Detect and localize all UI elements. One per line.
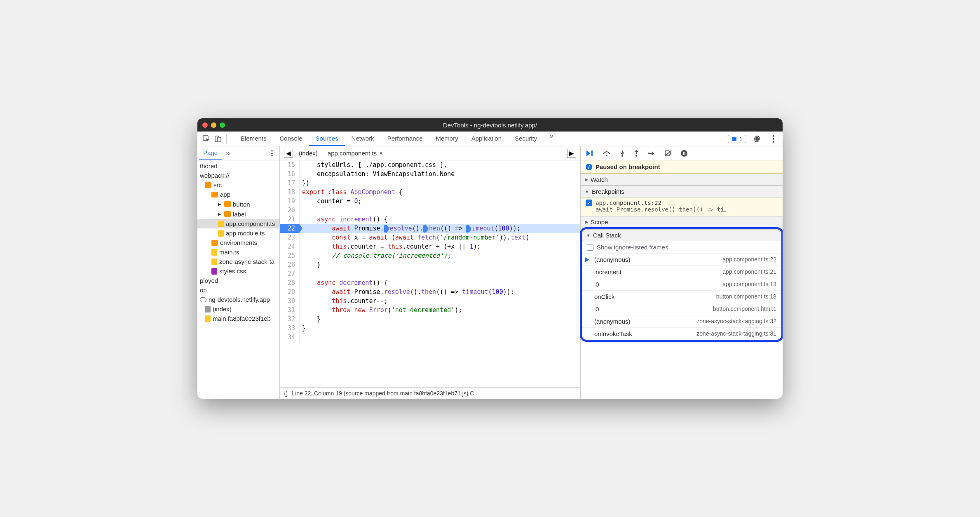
- tree-file-index[interactable]: (index): [197, 304, 279, 314]
- show-ignored-option[interactable]: Show ignore-listed frames: [582, 241, 781, 254]
- editor-tab-index[interactable]: (index): [295, 148, 322, 158]
- svg-rect-19: [685, 152, 685, 155]
- stack-frame[interactable]: i0app.component.ts:13: [582, 278, 781, 291]
- tree-file-zone[interactable]: zone-async-stack-ta: [197, 257, 279, 266]
- tab-application[interactable]: Application: [465, 132, 508, 146]
- tree-file-appcomponent[interactable]: app.component.ts: [197, 219, 279, 228]
- tab-memory[interactable]: Memory: [429, 132, 465, 146]
- step-over-icon[interactable]: [602, 150, 611, 157]
- editor-tab-appcomponent[interactable]: app.component.ts×: [324, 148, 387, 159]
- step-icon[interactable]: [647, 150, 656, 156]
- tree-item[interactable]: webpack://: [197, 171, 279, 180]
- callstack-header[interactable]: ▼Call Stack: [582, 229, 781, 241]
- kebab-menu-icon[interactable]: [768, 133, 779, 145]
- stack-frame[interactable]: onInvokeTaskzone-async-stack-tagging.ts:…: [582, 328, 781, 340]
- tree-item[interactable]: thored: [197, 161, 279, 171]
- stack-frame[interactable]: (anonymous)zone-async-stack-tagging.ts:3…: [582, 315, 781, 328]
- watch-header[interactable]: ▶Watch: [581, 174, 783, 186]
- tree-file-styles[interactable]: styles.css: [197, 266, 279, 276]
- resume-icon[interactable]: [586, 150, 594, 157]
- cursor-position: Line 22, Column 19: [292, 390, 342, 397]
- tree-folder-label[interactable]: ▸label: [197, 209, 279, 219]
- file-tree[interactable]: thored webpack:// src app ▸button ▸label…: [197, 160, 279, 399]
- devtools-window: DevTools - ng-devtools.netlify.app/ Elem…: [197, 118, 783, 399]
- breakpoint-item[interactable]: ✓app.component.ts:22 await Promise.resol…: [581, 197, 783, 216]
- breakpoint-code: await Promise.resolve().then(() => ti…: [586, 206, 778, 213]
- zoom-window-button[interactable]: [220, 122, 225, 128]
- editor-tabs: ◀ (index) app.component.ts× ▶: [280, 146, 580, 160]
- settings-icon[interactable]: [751, 133, 763, 145]
- tree-folder-button[interactable]: ▸button: [197, 199, 279, 209]
- js-file-icon: [205, 315, 211, 322]
- tree-domain[interactable]: ng-devtools.netlify.app: [197, 295, 279, 304]
- breakpoints-header[interactable]: ▼Breakpoints: [581, 186, 783, 197]
- chevron-right-icon: ▶: [585, 177, 588, 182]
- tab-security[interactable]: Security: [508, 132, 544, 146]
- tree-file-appmodule[interactable]: app.module.ts: [197, 228, 279, 238]
- pause-exceptions-icon[interactable]: [680, 150, 688, 157]
- svg-rect-11: [591, 150, 593, 156]
- folder-icon: [211, 192, 218, 197]
- tab-sources[interactable]: Sources: [309, 132, 345, 146]
- cloud-icon: [200, 297, 206, 302]
- tree-item[interactable]: ployed: [197, 276, 279, 285]
- tree-folder-app[interactable]: app: [197, 190, 279, 199]
- debugger-toolbar: [581, 146, 783, 160]
- checkbox-checked-icon[interactable]: ✓: [586, 200, 592, 206]
- checkbox-empty-icon[interactable]: [587, 244, 593, 251]
- paused-banner: i Paused on breakpoint: [581, 160, 783, 174]
- tab-performance[interactable]: Performance: [381, 132, 429, 146]
- code-editor[interactable]: 15 styleUrls. [ ./app.component.css ], 1…: [280, 160, 580, 387]
- ts-file-icon: [211, 249, 217, 256]
- svg-point-17: [681, 150, 687, 157]
- svg-rect-18: [683, 152, 684, 155]
- issues-badge[interactable]: 1: [728, 135, 746, 143]
- inspect-icon[interactable]: [201, 133, 212, 145]
- minimize-window-button[interactable]: [211, 122, 216, 128]
- tab-console[interactable]: Console: [273, 132, 309, 146]
- tab-elements[interactable]: Elements: [234, 132, 273, 146]
- step-into-icon[interactable]: [619, 150, 625, 157]
- svg-point-14: [635, 155, 637, 157]
- tree-folder-env[interactable]: environments: [197, 238, 279, 247]
- close-window-button[interactable]: [202, 122, 208, 128]
- run-snippet-icon[interactable]: ▶: [567, 149, 576, 158]
- svg-point-6: [773, 138, 774, 140]
- braces-icon[interactable]: {}: [284, 390, 288, 397]
- debugger-panel: i Paused on breakpoint ▶Watch ▼Breakpoin…: [581, 146, 783, 399]
- expand-icon: ▸: [218, 200, 222, 208]
- svg-point-15: [648, 153, 649, 154]
- editor-statusbar: {} Line 22, Column 19 (source mapped fro…: [280, 387, 580, 399]
- tree-item[interactable]: op: [197, 285, 279, 295]
- step-out-icon[interactable]: [633, 150, 639, 157]
- tree-file-main[interactable]: main.ts: [197, 247, 279, 257]
- folder-icon: [224, 211, 231, 217]
- folder-icon: [205, 182, 211, 188]
- svg-point-12: [606, 155, 607, 156]
- deactivate-bp-icon[interactable]: [664, 150, 672, 157]
- stack-frame[interactable]: onClickbutton.component.ts:18: [582, 291, 781, 303]
- sourcemap-link[interactable]: main.fa8bfa0e23f1eb71.js: [400, 390, 467, 397]
- editor-panel: ◀ (index) app.component.ts× ▶ 15 styleUr…: [280, 146, 581, 399]
- more-tabs-icon[interactable]: »: [544, 132, 559, 146]
- device-toggle-icon[interactable]: [212, 133, 224, 145]
- nav-tab-page[interactable]: Page: [199, 147, 222, 160]
- info-icon: i: [586, 164, 592, 170]
- ts-file-icon: [218, 230, 224, 237]
- tree-file-mainjs[interactable]: main.fa8bfa0e23f1eb: [197, 314, 279, 323]
- status-mapped: (source mapped from: [344, 390, 400, 397]
- svg-point-9: [271, 153, 273, 154]
- close-icon[interactable]: ×: [379, 150, 383, 157]
- titlebar: DevTools - ng-devtools.netlify.app/: [197, 118, 783, 132]
- nav-back-icon[interactable]: ◀: [284, 149, 293, 158]
- nav-kebab-icon[interactable]: [266, 148, 278, 159]
- tree-folder-src[interactable]: src: [197, 180, 279, 190]
- tab-network[interactable]: Network: [345, 132, 381, 146]
- breakpoint-location: app.component.ts:22: [596, 200, 661, 206]
- chevron-right-icon: ▶: [585, 219, 588, 225]
- scope-header[interactable]: ▶Scope: [581, 216, 783, 228]
- stack-frame[interactable]: incrementapp.component.ts:21: [582, 266, 781, 278]
- stack-frame[interactable]: i0button.component.html:1: [582, 303, 781, 315]
- stack-frame[interactable]: (anonymous)app.component.ts:22: [582, 254, 781, 266]
- nav-more-tabs-icon[interactable]: »: [222, 149, 234, 157]
